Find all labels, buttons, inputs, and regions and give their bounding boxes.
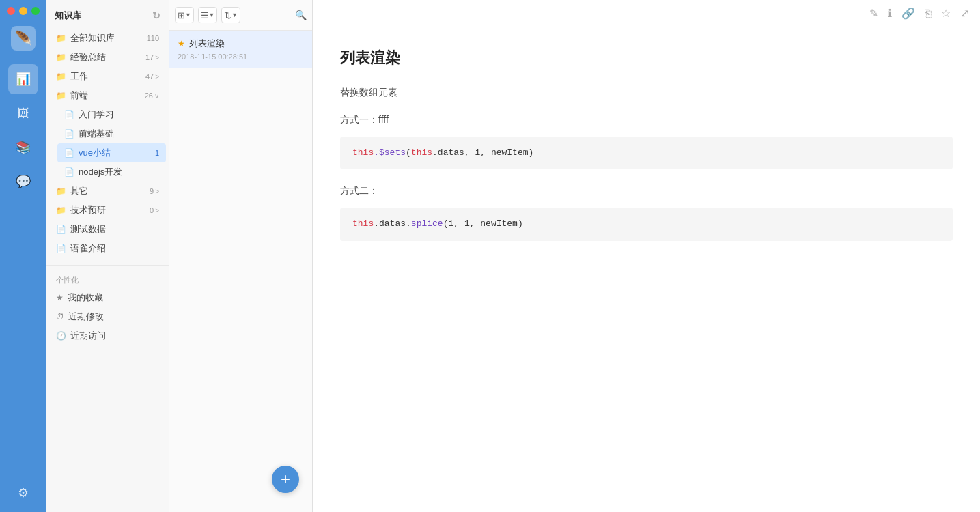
sidebar-item-recent-visits[interactable]: 🕐 近期访问: [49, 326, 166, 345]
folder-nodejs-icon: 📄: [64, 167, 74, 177]
sidebar-item-frontend[interactable]: 📁 前端 26 ∨: [49, 86, 166, 105]
order-button[interactable]: ⇅ ▼: [221, 7, 240, 23]
code2-comma1: ,: [453, 218, 459, 229]
image-icon: 🖼: [17, 106, 29, 121]
sidebar-item-nodejs[interactable]: 📄 nodejs开发: [57, 162, 166, 182]
recent-visits-label: 近期访问: [70, 330, 106, 342]
expand-icon[interactable]: ⤢: [960, 7, 969, 20]
code1-this2: this: [411, 147, 432, 158]
nav-home[interactable]: 📊: [8, 64, 38, 94]
method1-label: 方式一：ffff: [340, 112, 953, 128]
sidebar-frontend-label: 前端: [70, 89, 88, 102]
sidebar-item-favorites[interactable]: ★ 我的收藏: [49, 288, 166, 307]
code2-this: this: [352, 218, 374, 229]
code1-comma2: ,: [480, 147, 486, 158]
notes-panel-wrap: ⊞ ▼ ☰ ▼ ⇅ ▼ 🔍 ★ 列表渲染 2018-11-15 00:28:51: [169, 0, 313, 512]
sidebar-item-recent-edits[interactable]: ⏱ 近期修改: [49, 307, 166, 326]
all-notes-icon: 📁: [56, 33, 66, 43]
folder-yuque-icon: 📄: [56, 244, 66, 253]
link-icon[interactable]: 🔗: [901, 7, 915, 20]
sidebar-others-label: 其它: [70, 185, 88, 197]
sidebar-header: 知识库 ↻: [46, 0, 169, 27]
info-icon[interactable]: ℹ: [888, 7, 892, 20]
sidebar-item-testdata[interactable]: 📄 测试数据: [49, 220, 166, 239]
sidebar-others-count: 9: [150, 187, 154, 195]
maximize-button[interactable]: [31, 7, 40, 15]
edit-icon[interactable]: ✎: [869, 7, 878, 20]
sidebar-item-experience[interactable]: 📁 经验总结 17 >: [49, 48, 166, 67]
sidebar-work-label: 工作: [70, 70, 88, 83]
notes-panel: ⊞ ▼ ☰ ▼ ⇅ ▼ 🔍 ★ 列表渲染 2018-11-15 00:28:51: [169, 0, 313, 512]
sidebar-item-work[interactable]: 📁 工作 47 >: [49, 67, 166, 86]
sidebar-item-others[interactable]: 📁 其它 9 >: [49, 182, 166, 201]
favorites-label: 我的收藏: [68, 291, 103, 304]
nav-image[interactable]: 🖼: [8, 98, 38, 128]
sidebar-research-count: 0: [150, 206, 154, 214]
view-icon: ⊞: [178, 10, 185, 20]
editor-toolbar: ✎ ℹ 🔗 ⎘ ☆ ⤢: [313, 0, 980, 27]
close-button[interactable]: [7, 7, 15, 15]
search-button[interactable]: 🔍: [295, 10, 307, 20]
note-star-icon: ★: [178, 39, 185, 48]
code-block-1: this.$sets(this.datas, i, newItem): [340, 137, 953, 170]
chevron-experience-icon: >: [155, 54, 159, 61]
refresh-icon[interactable]: ↻: [152, 10, 160, 21]
sort-chevron-icon: ▼: [209, 12, 215, 18]
sidebar-vue-label: vue小结: [79, 147, 111, 159]
main-editor: ✎ ℹ 🔗 ⎘ ☆ ⤢ 列表渲染 替换数组元素 方式一：ffff this.$s…: [313, 0, 980, 512]
star-icon[interactable]: ☆: [941, 7, 951, 20]
editor-content: 列表渲染 替换数组元素 方式一：ffff this.$sets(this.dat…: [313, 27, 980, 512]
note-item-list-render[interactable]: ★ 列表渲染 2018-11-15 00:28:51: [169, 31, 312, 68]
code1-sets: .$sets: [374, 147, 406, 158]
sidebar-work-count: 47: [145, 72, 154, 81]
chevron-others-icon: >: [155, 188, 159, 195]
code1-datas: .datas: [432, 147, 464, 158]
method2-label: 方式二：: [340, 183, 953, 199]
new-note-fab[interactable]: +: [272, 466, 299, 493]
sidebar-item-intro[interactable]: 📄 入门学习: [57, 105, 166, 124]
settings-icon: ⚙: [18, 485, 29, 500]
folder-vue-icon: 📄: [64, 148, 74, 158]
code1-this1: this: [352, 147, 374, 158]
sort-button[interactable]: ☰ ▼: [198, 7, 217, 23]
sidebar-experience-label: 经验总结: [70, 51, 106, 63]
app-logo: 🪶: [11, 26, 36, 51]
folder-experience-icon: 📁: [56, 53, 66, 62]
sidebar-item-all[interactable]: 📁 全部知识库 110: [49, 29, 166, 48]
nav-chat[interactable]: 💬: [8, 167, 38, 197]
sidebar-research-label: 技术预研: [70, 204, 106, 216]
personalization-label: 个性化: [46, 268, 169, 288]
sidebar-frontend-children: 📄 入门学习 📄 前端基础 📄 vue小结 1 📄 nodejs开发: [46, 105, 169, 182]
sidebar-experience-count: 17: [145, 53, 154, 61]
sidebar-footer: 个性化 ★ 我的收藏 ⏱ 近期修改 🕐 近期访问: [46, 265, 169, 345]
code2-comma2: ,: [470, 218, 475, 229]
minimize-button[interactable]: [19, 7, 27, 15]
sort-icon: ☰: [201, 10, 209, 20]
folder-research-icon: 📁: [56, 205, 66, 215]
sidebar-frontend-count: 26: [145, 91, 153, 100]
copy-icon[interactable]: ⎘: [925, 8, 932, 20]
icon-bar: 🪶 📊 🖼 📚 💬 ⚙: [0, 0, 46, 512]
code1-open-paren: (: [406, 147, 411, 158]
folder-frontend-icon: 📁: [56, 91, 66, 100]
add-icon: +: [281, 470, 290, 489]
code1-close-paren: ): [529, 147, 534, 158]
sidebar-item-research[interactable]: 📁 技术预研 0 >: [49, 201, 166, 220]
recent-edits-label: 近期修改: [68, 311, 104, 323]
nav-settings[interactable]: ⚙: [8, 478, 38, 508]
folder-work-icon: 📁: [56, 72, 66, 81]
window-controls: [0, 7, 40, 15]
search-icon: 🔍: [295, 10, 307, 20]
code2-newitem: newItem: [475, 218, 518, 229]
sidebar: 知识库 ↻ 📁 全部知识库 110 📁 经验总结 17 > 📁 工作 47 > …: [46, 0, 169, 512]
sidebar-item-basics[interactable]: 📄 前端基础: [57, 124, 166, 143]
code1-comma: ,: [464, 147, 470, 158]
sidebar-item-vue[interactable]: 📄 vue小结 1: [57, 143, 166, 162]
home-icon: 📊: [16, 72, 31, 87]
sidebar-item-yuque[interactable]: 📄 语雀介绍: [49, 239, 166, 258]
sidebar-basics-label: 前端基础: [79, 128, 114, 140]
view-toggle-button[interactable]: ⊞ ▼: [175, 7, 194, 23]
nav-layers[interactable]: 📚: [8, 132, 38, 162]
folder-basics-icon: 📄: [64, 129, 74, 139]
doc-title: 列表渲染: [340, 48, 953, 68]
